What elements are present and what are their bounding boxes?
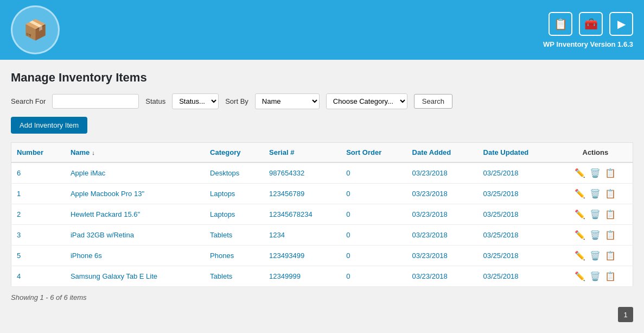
cell-sort-order: 0 bbox=[341, 162, 406, 184]
category-link[interactable]: Tablets bbox=[210, 231, 232, 239]
date-added-link[interactable]: 03/23/2018 bbox=[412, 231, 448, 239]
date-added-link[interactable]: 03/23/2018 bbox=[412, 210, 448, 218]
col-date-updated-link[interactable]: Date Updated bbox=[483, 148, 553, 156]
date-added-link[interactable]: 03/23/2018 bbox=[412, 169, 448, 177]
table-row: 3 iPad 32GB w/Retina Tablets 1234 0 03/2… bbox=[11, 225, 633, 246]
col-serial: Serial # bbox=[264, 143, 341, 163]
logo-icon: 📦 bbox=[23, 18, 48, 41]
col-name-link[interactable]: Name ↓ bbox=[71, 148, 199, 156]
serial-link[interactable]: 12345678234 bbox=[269, 210, 313, 218]
page-1-button[interactable]: 1 bbox=[618, 307, 633, 312]
date-updated-link[interactable]: 03/25/2018 bbox=[483, 231, 519, 239]
copy-icon[interactable]: 📋 bbox=[605, 189, 616, 199]
category-link[interactable]: Tablets bbox=[210, 272, 232, 280]
sort-order-link[interactable]: 0 bbox=[346, 169, 350, 177]
date-added-link[interactable]: 03/23/2018 bbox=[412, 190, 448, 198]
add-inventory-button[interactable]: Add Inventory Item bbox=[11, 117, 87, 134]
cell-date-added: 03/23/2018 bbox=[407, 162, 478, 184]
category-link[interactable]: Phones bbox=[210, 252, 234, 260]
delete-icon[interactable]: 🗑️ bbox=[590, 189, 601, 199]
serial-link[interactable]: 12349999 bbox=[269, 272, 301, 280]
delete-icon[interactable]: 🗑️ bbox=[590, 209, 601, 219]
copy-icon[interactable]: 📋 bbox=[605, 250, 616, 261]
col-category-link[interactable]: Category bbox=[210, 148, 258, 156]
cell-actions: ✏️ 🗑️ 📋 bbox=[558, 204, 633, 225]
copy-icon[interactable]: 📋 bbox=[605, 230, 616, 240]
category-select[interactable]: Choose Category... Desktops Laptops Phon… bbox=[326, 93, 407, 109]
delete-icon[interactable]: 🗑️ bbox=[590, 168, 601, 178]
header-right: 📋 🧰 ▶ WP Inventory Version 1.6.3 bbox=[543, 12, 633, 48]
copy-icon[interactable]: 📋 bbox=[605, 271, 616, 281]
cell-date-updated: 03/25/2018 bbox=[478, 204, 558, 225]
date-added-link[interactable]: 03/23/2018 bbox=[412, 252, 448, 260]
edit-icon[interactable]: ✏️ bbox=[575, 168, 585, 178]
sort-order-link[interactable]: 0 bbox=[346, 231, 350, 239]
name-link[interactable]: Hewlett Packard 15.6" bbox=[71, 210, 140, 218]
cell-category: Desktops bbox=[205, 162, 264, 184]
edit-icon[interactable]: ✏️ bbox=[575, 271, 585, 281]
edit-icon[interactable]: ✏️ bbox=[575, 250, 585, 261]
cell-category: Phones bbox=[205, 246, 264, 266]
name-link[interactable]: iPhone 6s bbox=[71, 252, 102, 260]
sort-order-link[interactable]: 0 bbox=[346, 272, 350, 280]
edit-icon[interactable]: ✏️ bbox=[575, 189, 585, 199]
serial-link[interactable]: 1234 bbox=[269, 231, 285, 239]
search-input[interactable] bbox=[52, 94, 139, 109]
sort-by-label: Sort By bbox=[225, 97, 248, 105]
sort-order-link[interactable]: 0 bbox=[346, 252, 350, 260]
cell-sort-order: 0 bbox=[341, 246, 406, 266]
copy-icon[interactable]: 📋 bbox=[605, 168, 616, 178]
medkit-icon[interactable]: 🧰 bbox=[579, 12, 603, 36]
cell-serial: 987654332 bbox=[264, 162, 341, 184]
col-category: Category bbox=[205, 143, 264, 163]
category-link[interactable]: Laptops bbox=[210, 190, 235, 198]
col-sort-order-link[interactable]: Sort Order bbox=[346, 148, 401, 156]
cell-date-updated: 03/25/2018 bbox=[478, 266, 558, 287]
col-serial-link[interactable]: Serial # bbox=[269, 148, 335, 156]
category-link[interactable]: Desktops bbox=[210, 169, 239, 177]
number-link[interactable]: 2 bbox=[17, 210, 21, 218]
date-updated-link[interactable]: 03/25/2018 bbox=[483, 252, 519, 260]
cell-date-added: 03/23/2018 bbox=[407, 246, 478, 266]
name-link[interactable]: Apple Macbook Pro 13" bbox=[71, 190, 144, 198]
cell-serial: 1234 bbox=[264, 225, 341, 246]
number-link[interactable]: 4 bbox=[17, 272, 21, 280]
edit-icon[interactable]: ✏️ bbox=[575, 230, 585, 240]
col-number-link[interactable]: Number bbox=[17, 148, 60, 156]
serial-link[interactable]: 987654332 bbox=[269, 169, 304, 177]
number-link[interactable]: 5 bbox=[17, 252, 21, 260]
sort-order-link[interactable]: 0 bbox=[346, 190, 350, 198]
date-updated-link[interactable]: 03/25/2018 bbox=[483, 210, 519, 218]
serial-link[interactable]: 123456789 bbox=[269, 190, 304, 198]
serial-link[interactable]: 123493499 bbox=[269, 252, 304, 260]
docs-icon[interactable]: 📋 bbox=[549, 12, 572, 36]
status-select[interactable]: Status... Active Inactive bbox=[172, 93, 219, 109]
cell-number: 4 bbox=[11, 266, 65, 287]
name-link[interactable]: Samsung Galaxy Tab E Lite bbox=[71, 272, 157, 280]
search-button[interactable]: Search bbox=[414, 94, 452, 109]
name-link[interactable]: iPad 32GB w/Retina bbox=[71, 231, 134, 239]
youtube-icon[interactable]: ▶ bbox=[609, 12, 633, 36]
delete-icon[interactable]: 🗑️ bbox=[590, 250, 601, 261]
name-link[interactable]: Apple iMac bbox=[71, 169, 105, 177]
col-date-added-link[interactable]: Date Added bbox=[412, 148, 473, 156]
delete-icon[interactable]: 🗑️ bbox=[590, 230, 601, 240]
date-added-link[interactable]: 03/23/2018 bbox=[412, 272, 448, 280]
cell-actions: ✏️ 🗑️ 📋 bbox=[558, 162, 633, 184]
date-updated-link[interactable]: 03/25/2018 bbox=[483, 190, 519, 198]
inventory-table: Number Name ↓ Category Serial # Sort Ord… bbox=[11, 142, 633, 287]
cell-name: Apple Macbook Pro 13" bbox=[65, 184, 205, 204]
cell-date-updated: 03/25/2018 bbox=[478, 162, 558, 184]
number-link[interactable]: 1 bbox=[17, 190, 21, 198]
date-updated-link[interactable]: 03/25/2018 bbox=[483, 272, 519, 280]
copy-icon[interactable]: 📋 bbox=[605, 209, 616, 219]
date-updated-link[interactable]: 03/25/2018 bbox=[483, 169, 519, 177]
sort-by-select[interactable]: Name Number Category Serial # Sort Order… bbox=[255, 93, 320, 109]
sort-order-link[interactable]: 0 bbox=[346, 210, 350, 218]
delete-icon[interactable]: 🗑️ bbox=[590, 271, 601, 281]
number-link[interactable]: 6 bbox=[17, 169, 21, 177]
edit-icon[interactable]: ✏️ bbox=[575, 209, 585, 219]
number-link[interactable]: 3 bbox=[17, 231, 21, 239]
page-title: Manage Inventory Items bbox=[11, 71, 633, 85]
category-link[interactable]: Laptops bbox=[210, 210, 235, 218]
